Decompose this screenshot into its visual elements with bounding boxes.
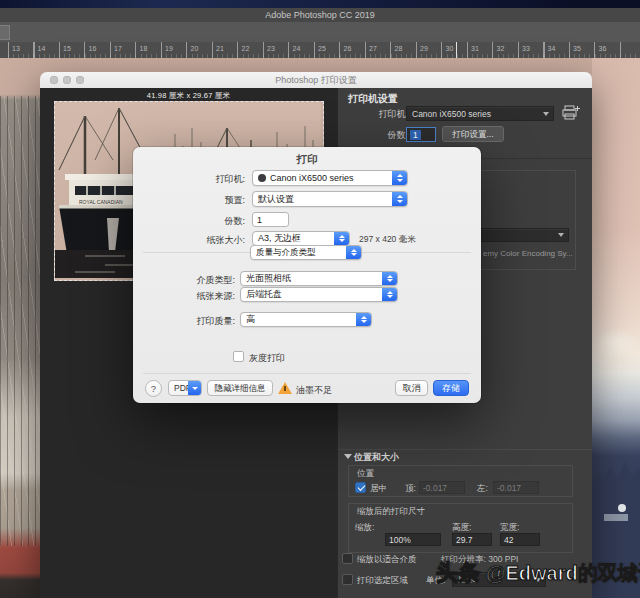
paper-dimensions-text: 297 x 420 毫米 xyxy=(359,234,416,246)
section-select[interactable]: 质量与介质类型 xyxy=(250,245,362,260)
left-input[interactable]: -0.017 xyxy=(493,481,539,494)
watermark-badge: 头条 xyxy=(436,558,480,588)
boat-name-text: ROYAL CANADIAN xyxy=(79,199,123,205)
print-settings-button[interactable]: 打印设置... xyxy=(442,126,504,142)
print-selected-area-label: 打印选定区域 xyxy=(357,575,408,587)
cloud xyxy=(594,328,638,358)
left-label: 左: xyxy=(477,483,488,495)
check-icon xyxy=(357,483,365,491)
ruler-cursor-indicator xyxy=(456,42,457,58)
screen: Adobe Photoshop CC 2019 1314151617181920… xyxy=(0,0,640,598)
position-groupbox: 位置 居中 顶: -0.017 左: -0.017 xyxy=(348,465,573,497)
preset-select[interactable]: 默认设置 xyxy=(252,191,408,207)
copies-input[interactable]: 1 xyxy=(252,212,289,227)
window-titlebar[interactable]: Photoshop 打印设置 xyxy=(40,72,592,89)
position-size-header[interactable]: 位置和大小 xyxy=(354,451,399,464)
printer-status-icon xyxy=(258,174,266,182)
dropdown-stepper-icon xyxy=(392,192,407,206)
divider xyxy=(143,373,471,374)
watermark: 头条 @Edward的双城记 xyxy=(436,558,640,588)
options-bar xyxy=(0,22,640,43)
canvas-photo-right xyxy=(592,58,640,598)
tool-options-fragment[interactable] xyxy=(0,25,10,40)
scale-to-fit-checkbox[interactable] xyxy=(342,553,353,564)
center-label: 居中 xyxy=(370,483,387,495)
app-title: Adobe Photoshop CC 2019 xyxy=(265,10,375,20)
hide-details-button[interactable]: 隐藏详细信息 xyxy=(207,380,273,396)
boat-rigging-texture xyxy=(0,96,40,546)
copies-label: 份数: xyxy=(133,215,245,228)
print-selected-area-checkbox[interactable] xyxy=(342,574,353,585)
printer-plus-icon[interactable] xyxy=(562,105,580,121)
window-title: Photoshop 打印设置 xyxy=(40,72,592,88)
scale-to-fit-label: 缩放以适合介质 xyxy=(357,554,417,566)
printer-label: 打印机: xyxy=(133,173,245,186)
paper-source-label: 纸张来源: xyxy=(133,290,235,303)
print-quality-label: 打印质量: xyxy=(133,315,235,328)
center-checkbox[interactable] xyxy=(355,482,366,493)
printer-select[interactable]: Canon iX6500 series xyxy=(406,106,554,121)
scaled-size-label: 缩放后的打印尺寸 xyxy=(357,506,425,518)
watermark-handle: @Edward的双城记 xyxy=(486,560,640,587)
grayscale-label: 灰度打印 xyxy=(249,352,285,365)
print-dimensions-label: 41.98 厘米 x 29.67 厘米 xyxy=(40,91,337,101)
dropdown-stepper-icon xyxy=(334,232,349,245)
copies-input[interactable]: 1 xyxy=(406,127,436,142)
help-button[interactable]: ? xyxy=(145,380,162,397)
warning-icon xyxy=(278,382,292,394)
disclosure-triangle-icon[interactable] xyxy=(344,454,352,459)
paper-size-select[interactable]: A3, 无边框 xyxy=(252,231,350,246)
dropdown-stepper-icon xyxy=(392,171,407,185)
ink-warning-text: 油墨不足 xyxy=(296,384,332,397)
scale-label: 缩放: xyxy=(355,522,374,534)
chevron-down-icon xyxy=(188,381,201,395)
dropdown-stepper-icon xyxy=(356,313,371,326)
desktop-strip xyxy=(0,0,640,8)
dialog-title: 打印 xyxy=(133,153,481,167)
scaled-print-size-groupbox: 缩放后的打印尺寸 缩放: 100% 高度: 29.7 宽度: 42 xyxy=(348,503,573,553)
media-type-label: 介质类型: xyxy=(133,274,235,287)
save-button[interactable]: 存储 xyxy=(433,380,469,396)
horizontal-ruler: 1314151617181920212223242526272829303132… xyxy=(0,42,640,59)
position-group-label: 位置 xyxy=(357,468,374,480)
dropdown-stepper-icon xyxy=(382,288,397,301)
chevron-down-icon xyxy=(558,233,564,237)
top-label: 顶: xyxy=(405,483,416,495)
scale-input[interactable]: 100% xyxy=(385,533,441,546)
width-input[interactable]: 42 xyxy=(500,533,540,546)
print-dialog: 打印 打印机: Canon iX6500 series 预置: 默认设置 份数:… xyxy=(133,147,481,403)
dropdown-stepper-icon xyxy=(382,272,397,285)
printer-setup-heading: 打印机设置 xyxy=(348,92,398,106)
print-quality-select[interactable]: 高 xyxy=(240,312,372,327)
top-input[interactable]: -0.017 xyxy=(419,481,465,494)
chevron-down-icon xyxy=(543,112,549,116)
canvas-photo-left xyxy=(0,58,40,598)
grayscale-checkbox[interactable] xyxy=(233,351,244,362)
paper-source-select[interactable]: 后端托盘 xyxy=(240,287,398,302)
height-input[interactable]: 29.7 xyxy=(452,533,492,546)
pdf-menu-button[interactable]: PDF xyxy=(168,380,202,396)
cancel-button[interactable]: 取消 xyxy=(395,380,428,396)
printer-select[interactable]: Canon iX6500 series xyxy=(252,170,408,186)
dropdown-stepper-icon xyxy=(346,246,361,259)
color-encoding-text-fragment: emy Color Encoding Sy... xyxy=(483,249,573,258)
media-type-select[interactable]: 光面照相纸 xyxy=(240,271,398,286)
copies-label: 份数: xyxy=(338,129,408,142)
app-titlebar: Adobe Photoshop CC 2019 xyxy=(0,8,640,23)
preset-label: 预置: xyxy=(133,194,245,207)
printer-label: 打印机: xyxy=(338,108,408,121)
paper-size-label: 纸张大小: xyxy=(133,234,245,247)
section-divider xyxy=(338,449,592,450)
